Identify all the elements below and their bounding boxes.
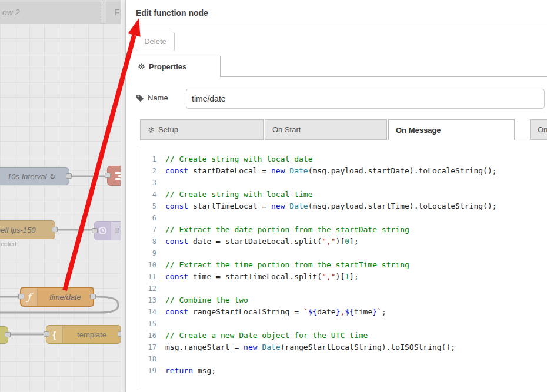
- code-text: return msg;: [165, 365, 216, 377]
- node-label: 10s Interval ↻: [7, 172, 55, 181]
- output-port[interactable]: [52, 227, 58, 232]
- line-number: 9: [138, 247, 165, 259]
- tab-properties-label: Properties: [149, 62, 186, 71]
- node-delay[interactable]: li: [94, 221, 121, 240]
- code-text: // Combine the two: [165, 294, 248, 306]
- node-label: template: [63, 330, 121, 339]
- line-number: 2: [138, 165, 165, 177]
- flow-tabbar: ow 2 FS: [0, 0, 121, 24]
- flow-tab-fs[interactable]: FS: [106, 2, 121, 24]
- code-line: 10// Extract the time portion from the s…: [138, 259, 547, 271]
- tab-properties[interactable]: Properties: [131, 56, 221, 77]
- output-port[interactable]: [90, 294, 96, 299]
- delete-button[interactable]: Delete: [136, 32, 175, 51]
- code-line: 19return msg;: [138, 365, 547, 377]
- flow-canvas[interactable]: 10s Interval ↻ knell lps-150 ected: [0, 24, 121, 392]
- node-label: li: [111, 226, 119, 235]
- node-change[interactable]: [107, 166, 121, 186]
- code-text: const date = startDateLocal.split(",")[0…: [165, 236, 359, 247]
- code-text: const time = startTimeLocal.split(",")[1…: [165, 271, 359, 283]
- code-line: 8const date = startDateLocal.split(",")[…: [138, 236, 547, 247]
- node-knell-lps-150[interactable]: knell lps-150: [0, 220, 55, 239]
- code-line: 5const startTimeLocal = new Date(msg.pay…: [138, 200, 547, 212]
- code-line: 18: [138, 353, 547, 365]
- code-text: msg.rangeStart = new Date(rangeStartLoca…: [165, 341, 455, 353]
- name-field-label: Name: [136, 93, 168, 102]
- edit-function-node-dialog: Edit function node Delete Properties Nam…: [125, 0, 547, 392]
- flow-tab-flow2[interactable]: ow 2: [0, 2, 101, 24]
- line-number: 15: [138, 318, 165, 330]
- dialog-title: Edit function node: [136, 8, 208, 18]
- code-editor[interactable]: 1// Create string with local date2const …: [138, 149, 547, 387]
- code-line: 2const startDateLocal = new Date(msg.pay…: [138, 165, 547, 177]
- line-number: 10: [138, 259, 165, 271]
- code-text: // Create string with local date: [165, 153, 312, 165]
- name-input[interactable]: [186, 89, 545, 109]
- line-number: 8: [138, 236, 165, 247]
- code-line: 3: [138, 177, 547, 189]
- node-label: knell lps-150: [0, 226, 36, 234]
- line-number: 19: [138, 365, 165, 377]
- code-text: const startDateLocal = new Date(msg.payl…: [165, 165, 497, 177]
- flow-workspace: ow 2 FS 10s Interval ↻: [0, 0, 121, 392]
- input-port[interactable]: [92, 228, 98, 233]
- code-text: // Extract the time portion from the sta…: [165, 259, 409, 271]
- code-text: // Create string with local time: [165, 189, 312, 200]
- code-line: 15: [138, 318, 547, 330]
- code-line: 6: [138, 212, 547, 224]
- code-text: // Create a new Date object for the UTC …: [165, 330, 368, 341]
- line-number: 1: [138, 153, 165, 165]
- dialog-header: Edit function node: [126, 0, 547, 26]
- input-port[interactable]: [18, 294, 24, 299]
- line-number: 7: [138, 224, 165, 236]
- code-line: 17msg.rangeStart = new Date(rangeStartLo…: [138, 341, 547, 353]
- line-number: 16: [138, 330, 165, 341]
- code-line: 13// Combine the two: [138, 294, 547, 306]
- code-line: 14const rangeStartLocalString = `${date}…: [138, 306, 547, 318]
- code-line: 4// Create string with local time: [138, 189, 547, 200]
- node-partial[interactable]: [0, 326, 8, 344]
- line-number: 6: [138, 212, 165, 224]
- input-port[interactable]: [44, 331, 49, 337]
- gear-icon: [148, 126, 155, 133]
- code-text: // Extract the date portion from the sta…: [165, 224, 409, 236]
- tab-on-stop[interactable]: On Stop: [530, 119, 547, 140]
- line-number: 13: [138, 294, 165, 306]
- code-line: 12: [138, 283, 547, 294]
- node-template[interactable]: { template: [46, 325, 121, 344]
- line-number: 5: [138, 200, 165, 212]
- tab-setup[interactable]: Setup: [140, 119, 264, 140]
- node-label: time/date: [38, 293, 93, 301]
- code-text: const rangeStartLocalString = `${date},$…: [165, 306, 386, 318]
- line-number: 12: [138, 283, 165, 294]
- list-icon: [115, 171, 121, 180]
- line-number: 14: [138, 306, 165, 318]
- code-line: 11const time = startTimeLocal.split(",")…: [138, 271, 547, 283]
- workspace-scrollbar[interactable]: [121, 0, 125, 392]
- input-port[interactable]: [105, 173, 111, 178]
- code-lines: 1// Create string with local date2const …: [138, 153, 547, 377]
- line-number: 4: [138, 189, 165, 200]
- tab-on-start[interactable]: On Start: [265, 119, 387, 140]
- output-port[interactable]: [5, 332, 11, 337]
- gear-icon: [138, 63, 145, 71]
- line-number: 11: [138, 271, 165, 283]
- node-status-text: ected: [1, 240, 16, 247]
- code-line: 16// Create a new Date object for the UT…: [138, 330, 547, 341]
- code-line: 7// Extract the date portion from the st…: [138, 224, 547, 236]
- node-time-date[interactable]: ƒ time/date: [20, 287, 94, 307]
- node-10s-interval[interactable]: 10s Interval ↻: [0, 167, 69, 185]
- line-number: 17: [138, 341, 165, 353]
- code-text: const startTimeLocal = new Date(msg.payl…: [165, 200, 497, 212]
- output-port[interactable]: [66, 173, 72, 179]
- tab-on-message[interactable]: On Message: [388, 119, 515, 140]
- screen: ow 2 FS 10s Interval ↻: [0, 0, 547, 392]
- code-line: 9: [138, 247, 547, 259]
- code-line: 1// Create string with local date: [138, 153, 547, 165]
- line-number: 3: [138, 177, 165, 189]
- line-number: 18: [138, 353, 165, 365]
- tag-icon: [136, 94, 144, 102]
